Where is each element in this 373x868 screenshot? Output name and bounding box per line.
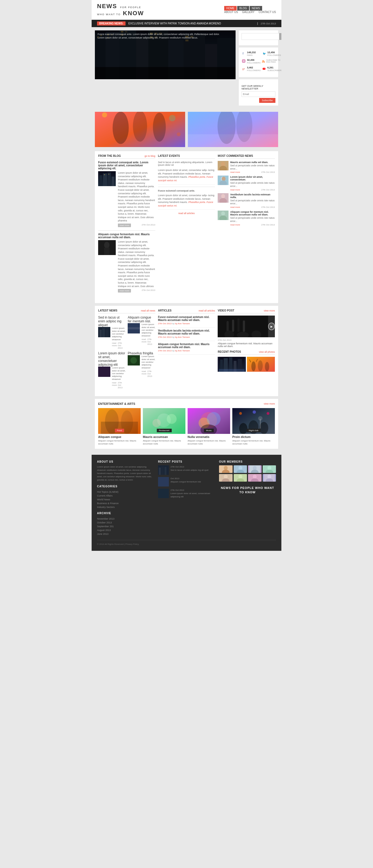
youtube-stat[interactable]: 6,261 SUBSCRIBERS: [262, 65, 281, 72]
nav-news[interactable]: NEWS: [250, 6, 262, 10]
member-3[interactable]: [248, 465, 262, 473]
recent-post-3-title[interactable]: Lorem ipsum dolor sit amet, consectetuer…: [170, 492, 215, 498]
recent-post-1-title[interactable]: Sed in lacus ut enim adipisc ing ali que…: [170, 469, 208, 472]
svg-rect-124: [159, 467, 161, 475]
ent-badge-3: Music: [204, 429, 214, 432]
newsletter-email[interactable]: [241, 91, 275, 97]
svg-point-115: [239, 412, 242, 415]
rss-stat[interactable]: SUBSCRIBE TO RSS FEED: [262, 58, 281, 64]
footer-copyright: © 2014 All Rights Reserved | Privacy Pol…: [97, 543, 139, 546]
search-widget: [239, 30, 278, 45]
newsletter-button[interactable]: Subscribe: [259, 98, 275, 103]
footer-categories: CATEGORIES Hot Topics (6,NEW) Current Af…: [97, 485, 154, 509]
member-7[interactable]: [248, 474, 262, 482]
svg-rect-83: [237, 318, 240, 332]
google-stat[interactable]: g+ 3,462 FOLLOWERS: [241, 65, 261, 72]
blog-link[interactable]: go to blog: [144, 155, 155, 157]
archive-1[interactable]: November 2013: [97, 517, 154, 521]
recent-thumb-3: [158, 489, 169, 498]
search-input[interactable]: [241, 33, 279, 40]
footer-cat-5[interactable]: Industry Sectors: [97, 505, 154, 509]
svg-rect-125: [161, 467, 164, 475]
events-all-link[interactable]: read all articles: [158, 212, 215, 215]
member-1[interactable]: [219, 465, 233, 473]
play-button[interactable]: [268, 322, 275, 330]
comment-2-title: Lorem ipsum dolor sit amet, consectetuer…: [230, 176, 275, 181]
member-6[interactable]: [234, 474, 247, 482]
svg-rect-51: [108, 173, 111, 186]
instagram-stat[interactable]: 32,456 FOLLOWERS: [241, 58, 261, 64]
news-1-title: Sed in lacus ut enim adipisc ing aliquet: [98, 316, 126, 327]
blog-art1-readmore[interactable]: read more: [118, 224, 131, 227]
comment-4-date: 27th Oct 2013: [261, 224, 275, 226]
news-4-date: 27th Oct 2013: [147, 370, 155, 377]
nav-blog[interactable]: BLOG: [237, 6, 249, 10]
member-8[interactable]: [263, 474, 276, 482]
archive-3[interactable]: September 201: [97, 525, 154, 528]
footer-cat-2[interactable]: Current Affairs: [97, 494, 154, 498]
news-4-readmore[interactable]: read more: [141, 370, 147, 377]
svg-point-151: [267, 474, 271, 479]
entertainment-more[interactable]: view more: [264, 402, 275, 405]
archive-5[interactable]: June 2013: [97, 532, 154, 536]
video-description: Aliquam congue fermentum nisl. Mauris ac…: [218, 342, 275, 348]
blog-art1-thumb: [98, 171, 116, 186]
video-link[interactable]: view more: [264, 309, 275, 312]
video-photos-section: VIDEO POST view more: [218, 309, 275, 389]
nav-gallery[interactable]: GALLERY: [242, 10, 255, 13]
family-image[interactable]: FAMILY: [188, 112, 278, 147]
ent-img-3[interactable]: Music: [188, 408, 230, 434]
comment-1-readmore[interactable]: read more: [230, 171, 240, 174]
comment-4-thumb: [218, 211, 229, 220]
video-thumbnail[interactable]: [218, 316, 275, 337]
footer-cat-4[interactable]: Business & Finance: [97, 501, 154, 505]
nav-contact[interactable]: CONTACT US: [259, 10, 276, 13]
comment-4-readmore[interactable]: read more: [230, 224, 240, 226]
archive-2[interactable]: October 2013: [97, 521, 154, 525]
svg-rect-31: [242, 60, 245, 62]
member-2[interactable]: [234, 465, 247, 473]
facebook-stat[interactable]: f 148,232 FANS: [241, 50, 261, 56]
photo-1[interactable]: [218, 357, 246, 372]
member-5[interactable]: [219, 474, 233, 482]
photo-2[interactable]: [247, 357, 275, 372]
ent-text-3: Aliquam congue fermentum nisi. Mauris ac…: [188, 439, 230, 445]
footer-cat-3[interactable]: World News: [97, 498, 154, 501]
ent-img-4[interactable]: Night club: [232, 408, 275, 434]
news-4-thumb: [128, 355, 140, 366]
newsletter-widget: GET OUR WEEKLY NEWSLETTER Subscribe: [239, 79, 278, 105]
articles-link[interactable]: read all articles: [199, 309, 215, 312]
latest-news-link[interactable]: read all news: [141, 309, 155, 312]
news-2-readmore[interactable]: read more: [141, 338, 147, 345]
comment-2-readmore[interactable]: read more: [230, 189, 240, 191]
nav-home[interactable]: HOME: [224, 6, 237, 10]
news-3-readmore[interactable]: read more: [112, 381, 117, 389]
ent-img-1[interactable]: Food: [98, 408, 141, 434]
ent-img-2[interactable]: Restaurant: [143, 408, 185, 434]
blog-art2-readmore[interactable]: read more: [118, 289, 131, 292]
twitter-stat[interactable]: 🐦 12,456 FOLLOWERS: [262, 50, 281, 56]
svg-rect-57: [104, 248, 109, 255]
breaking-news-bar: BREAKING NEWS: EXCLUSIVE INTERVIEW WITH …: [92, 20, 281, 27]
news-1-thumb: [98, 327, 110, 337]
music-festivals-image[interactable]: MUSIC FESTIVALS: [95, 112, 185, 147]
svg-rect-52: [112, 177, 114, 186]
svg-rect-77: [98, 367, 110, 377]
recent-post-1: 27th Oct 2013 Sed in lacus ut enim adipi…: [158, 465, 215, 475]
recent-post-2-title[interactable]: Aliquam congue fermentum nisl: [170, 480, 201, 484]
articles-title: ARTICLES: [158, 309, 172, 312]
nav-about[interactable]: ABOUT US: [224, 10, 238, 13]
svg-point-33: [262, 62, 263, 62]
recent-photos-link[interactable]: view all photos: [259, 350, 275, 353]
comment-3-readmore[interactable]: read more: [230, 206, 240, 208]
article-3: Aliquam congue fermentum nisl. Mauris ac…: [158, 343, 215, 354]
footer-recent-posts: RECENT POSTS 27th Oct 2013 Sed in lacus …: [158, 460, 215, 536]
archive-4[interactable]: August 2013: [97, 528, 154, 532]
footer-cat-1[interactable]: Hot Topics (6,NEW): [97, 490, 154, 494]
news-item-4: Phasellus fringilla Lorem ipsum dolor si…: [128, 351, 155, 389]
svg-text:g+: g+: [242, 68, 245, 70]
search-button[interactable]: [279, 33, 281, 40]
member-4[interactable]: [263, 465, 276, 473]
footer-about-title: ABOUT US: [97, 460, 154, 463]
news-1-readmore[interactable]: read more: [112, 342, 117, 349]
